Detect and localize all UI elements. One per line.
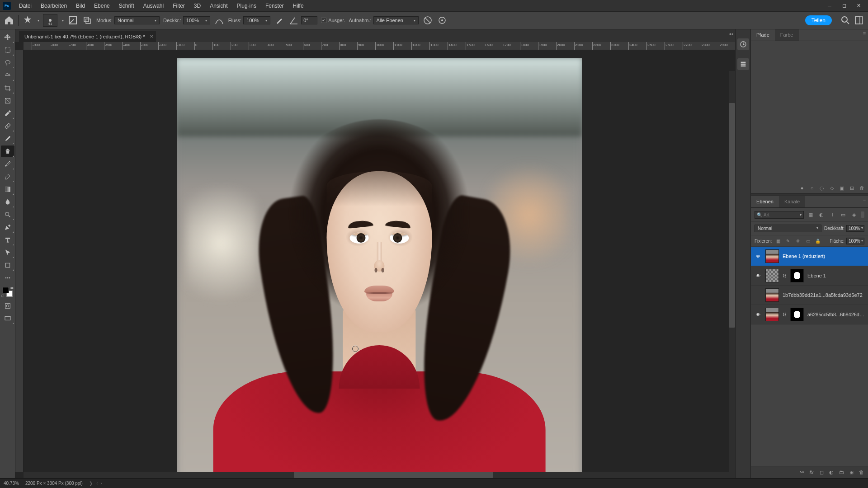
layer-style-icon[interactable]: fx [807,468,816,476]
delete-layer-icon[interactable]: 🗑 [857,468,865,476]
fill-value[interactable]: 100%▾ [846,238,864,244]
add-mask-icon[interactable]: ◻ [817,468,826,476]
doc-dimensions[interactable]: 2200 Px × 3304 Px (300 ppi) [25,481,83,486]
visibility-toggle[interactable] [755,272,762,279]
airbrush-icon[interactable] [274,15,285,26]
delete-path-icon[interactable]: 🗑 [858,184,865,192]
foreground-color[interactable] [3,287,9,293]
healing-tool[interactable] [1,120,14,132]
layer-row[interactable]: 1b7dbb39dd21a1...8a5fcda93d5e72 [751,286,868,305]
menu-hilfe[interactable]: Hilfe [289,1,307,11]
document-tab[interactable]: Unbenannt-1 bei 40,7% (Ebene 1 (reduzier… [19,31,156,42]
filter-shape-icon[interactable]: ▭ [839,211,847,219]
scrollbar-vertical[interactable] [729,71,735,472]
menu-ansicht[interactable]: Ansicht [206,1,231,11]
layer-thumbnail[interactable] [765,288,779,302]
menu-3d[interactable]: 3D [190,1,204,11]
opacity-value[interactable]: 100%▾ [846,225,864,232]
layer-row[interactable]: ⛓Ebene 1 [751,266,868,286]
menu-fenster[interactable]: Fenster [262,1,288,11]
menu-datei[interactable]: Datei [15,1,35,11]
new-group-icon[interactable]: 🗀 [837,468,845,476]
crop-tool[interactable] [1,82,14,94]
tab-paths[interactable]: Pfade [751,29,775,41]
visibility-toggle[interactable] [755,291,762,299]
panel-menu-icon[interactable]: ≡ [861,29,868,37]
close-icon[interactable]: ✕ [150,34,153,39]
ignore-adjustment-icon[interactable] [422,15,433,26]
sample-select[interactable]: Alle Ebenen▾ [373,16,419,24]
filter-toggle[interactable] [861,211,864,218]
chevron-down-icon[interactable]: ▾ [62,19,64,23]
brush-panel-icon[interactable] [67,15,78,26]
mask-thumbnail[interactable] [790,308,804,321]
default-colors-icon[interactable]: ◱ [1,294,5,298]
status-nav-icons[interactable]: ❯ ‹ › [89,481,102,486]
quickmask-tool[interactable] [1,300,14,312]
mask-thumbnail[interactable] [790,269,804,282]
mode-select[interactable]: Normal▾ [114,16,160,24]
minimize-button[interactable]: ─ [823,1,836,10]
workspace-icon[interactable] [854,15,864,26]
selection-from-path-icon[interactable]: ◌ [818,184,826,192]
lock-all-icon[interactable]: 🔒 [814,237,821,244]
path-select-tool[interactable] [1,247,14,258]
layer-name[interactable]: 1b7dbb39dd21a1...8a5fcda93d5e72 [783,292,864,298]
maximize-button[interactable]: ◻ [837,1,851,10]
menu-ebene[interactable]: Ebene [90,1,113,11]
clone-source-icon[interactable] [82,15,93,26]
tab-channels[interactable]: Kanäle [779,196,805,207]
new-path-icon[interactable]: ⊞ [848,184,855,192]
visibility-toggle[interactable] [755,253,762,260]
tool-preset-icon[interactable] [22,15,33,26]
ruler-vertical[interactable] [15,50,24,472]
flow-field[interactable]: 100%▾ [243,16,270,24]
link-icon[interactable]: ⛓ [783,273,787,278]
marquee-tool[interactable] [1,44,14,56]
blend-mode-select[interactable]: Normal▾ [755,225,821,232]
opacity-field[interactable]: 100%▾ [183,16,210,24]
filter-smart-icon[interactable]: ◈ [850,211,858,219]
lock-position-icon[interactable]: ✥ [794,237,802,244]
layer-search-input[interactable] [764,212,799,217]
tab-layers[interactable]: Ebenen [751,196,779,207]
canvas-viewport[interactable] [24,50,735,472]
layer-name[interactable]: a6285cc5fb8...6b8426d1be7 [807,312,864,317]
new-layer-icon[interactable]: ⊞ [847,468,855,476]
layer-thumbnail[interactable] [765,269,779,282]
history-panel-icon[interactable] [737,38,749,50]
aligned-checkbox[interactable] [321,18,326,23]
more-tools[interactable] [1,272,14,284]
collapse-panels-icon[interactable]: ◂◂ [729,31,733,36]
filter-pixel-icon[interactable]: ▦ [807,211,815,219]
menu-filter[interactable]: Filter [169,1,189,11]
clone-stamp-tool[interactable] [1,145,14,157]
visibility-toggle[interactable] [755,311,762,318]
brush-tool[interactable] [1,133,14,145]
layer-name[interactable]: Ebene 1 [807,273,864,278]
menu-schrift[interactable]: Schrift [115,1,138,11]
layer-thumbnail[interactable] [765,308,779,321]
stroke-path-icon[interactable]: ○ [808,184,816,192]
menu-bearbeiten[interactable]: Bearbeiten [37,1,71,11]
ruler-horizontal[interactable]: -900-800-700-600-500-400-300-200-1000100… [24,42,735,50]
screenmode-tool[interactable] [1,313,14,324]
panel-menu-icon[interactable]: ≡ [861,196,868,203]
eraser-tool[interactable] [1,171,14,183]
move-tool[interactable] [1,32,14,43]
home-icon[interactable] [4,15,14,26]
fill-path-icon[interactable]: ● [798,184,806,192]
quick-select-tool[interactable] [1,70,14,81]
add-mask-icon[interactable]: ▣ [838,184,845,192]
canvas[interactable] [177,58,582,472]
layer-thumbnail[interactable] [765,249,779,263]
shape-tool[interactable] [1,259,14,271]
zoom-level[interactable]: 40.73% [4,481,19,486]
color-swatches[interactable]: ⇄ ◱ [3,287,13,297]
lock-pixels-icon[interactable]: ✎ [784,237,792,244]
new-adjustment-icon[interactable]: ◐ [827,468,835,476]
menu-auswahl[interactable]: Auswahl [140,1,167,11]
menu-plug-ins[interactable]: Plug-ins [233,1,260,11]
share-button[interactable]: Teilen [805,15,832,25]
path-from-selection-icon[interactable]: ◇ [828,184,835,192]
